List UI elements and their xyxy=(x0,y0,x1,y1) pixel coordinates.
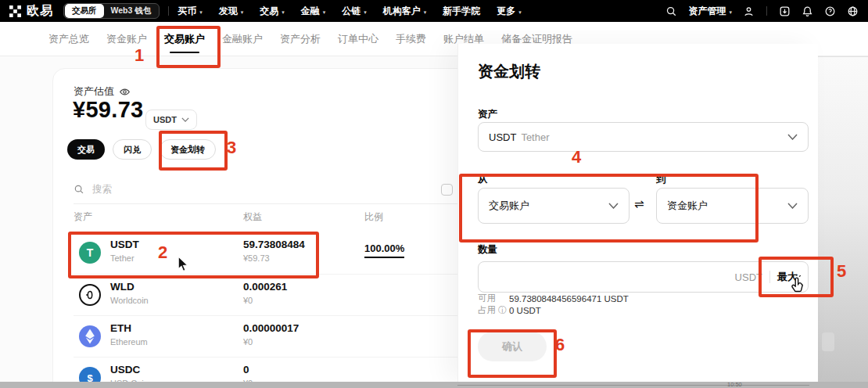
nav-finance[interactable]: 金融 ▾ xyxy=(301,5,326,18)
from-account-value: 交易账户 xyxy=(489,199,529,213)
usdt-glyph: T xyxy=(87,247,94,258)
asset-field-label: 资产 xyxy=(478,108,497,121)
swap-direction-icon[interactable]: ⇌ xyxy=(634,197,644,211)
nav-public-chains[interactable]: 公链 ▾ xyxy=(342,5,367,18)
asset-name: Worldcoin xyxy=(110,296,149,305)
asset-name: Tether xyxy=(110,253,135,263)
caret-down-icon: ▾ xyxy=(241,9,244,15)
confirm-button[interactable]: 确认 xyxy=(478,332,547,361)
nav-more[interactable]: 更多 ▾ xyxy=(497,5,522,18)
drawer-title: 资金划转 xyxy=(478,61,540,82)
brand-name: 欧易 xyxy=(27,3,53,20)
tab-trading-account[interactable]: 交易账户 xyxy=(164,22,205,56)
caret-down-icon: ▾ xyxy=(364,9,367,15)
wld-icon xyxy=(79,284,101,306)
annotation-number-3: 3 xyxy=(227,139,236,156)
asset-management-menu[interactable]: 资产管理 ▾ xyxy=(688,5,732,18)
nav-trade[interactable]: 交易 ▾ xyxy=(260,5,285,18)
help-icon[interactable] xyxy=(824,5,836,17)
chevron-down-icon xyxy=(787,134,798,140)
filter-checkbox[interactable] xyxy=(441,184,453,196)
caret-down-icon: ▾ xyxy=(424,9,427,15)
tab-fees[interactable]: 手续费 xyxy=(396,22,426,56)
in-use-label: 占用 ⓘ xyxy=(478,304,509,316)
valuation-currency-select[interactable]: USDT xyxy=(145,110,197,130)
column-header-asset: 资产 xyxy=(74,210,92,224)
amount-input[interactable] xyxy=(489,271,728,284)
asset-select-symbol: USDT xyxy=(489,131,516,143)
tab-asset-analysis[interactable]: 资产分析 xyxy=(280,22,321,56)
language-globe-icon[interactable] xyxy=(847,5,859,17)
to-account-value: 资金账户 xyxy=(667,199,708,213)
nav-item-label: 买币 xyxy=(178,5,196,18)
asset-equity-fiat: ¥59.73 xyxy=(243,253,270,263)
nav-item-label: 新手学院 xyxy=(443,5,480,18)
column-header-equity: 权益 xyxy=(243,210,262,224)
asset-row-eth[interactable]: ETH Ethereum 0.00000017 ¥0 0.00% xyxy=(74,315,479,357)
in-use-line: 占用 ⓘ 0 USDT xyxy=(478,304,541,316)
okx-logo-icon xyxy=(9,5,21,17)
nav-institutional[interactable]: 机构客户 ▾ xyxy=(383,5,427,18)
nav-item-label: 金融 xyxy=(301,5,320,18)
available-value: 59.7380848456596471 USDT xyxy=(509,294,629,304)
asset-row-wld[interactable]: WLD Worldcoin 0.000261 ¥0 0.00% xyxy=(74,274,479,316)
tab-order-center[interactable]: 订单中心 xyxy=(338,22,378,56)
to-field-label: 到 xyxy=(656,173,666,186)
fund-transfer-button[interactable]: 资金划转 xyxy=(160,139,216,160)
main-nav: 买币 ▾ 发现 ▾ 交易 ▾ 金融 ▾ 公链 ▾ 机构客户 ▾ 新手学院 更多 … xyxy=(178,5,522,18)
column-header-ratio: 比例 xyxy=(364,210,383,224)
caret-down-icon: ▾ xyxy=(199,9,203,15)
nav-discover[interactable]: 发现 ▾ xyxy=(219,5,244,18)
search-input[interactable] xyxy=(91,183,235,196)
total-asset-value: ¥59.73 xyxy=(73,97,144,123)
currency-label: USDT xyxy=(153,115,177,124)
user-icon[interactable] xyxy=(743,5,755,17)
download-app-icon[interactable] xyxy=(779,5,791,17)
nav-buy-crypto[interactable]: 买币 ▾ xyxy=(178,5,203,18)
amount-field: USDT 最大 xyxy=(478,261,809,293)
search-icon xyxy=(74,184,84,195)
nav-item-label: 机构客户 xyxy=(383,5,421,18)
info-icon[interactable]: ⓘ xyxy=(498,306,507,314)
search-icon[interactable] xyxy=(665,5,677,17)
asset-management-label: 资产管理 xyxy=(688,5,726,18)
asset-symbol: USDC xyxy=(110,364,140,375)
mode-web3-wallet[interactable]: Web3 钱包 xyxy=(104,4,159,18)
annotation-number-1: 1 xyxy=(135,47,144,64)
from-account-select[interactable]: 交易账户 xyxy=(478,188,629,224)
topnav-right: 资产管理 ▾ xyxy=(665,5,859,18)
eye-icon[interactable] xyxy=(119,86,131,98)
caret-down-icon: ▾ xyxy=(323,9,326,15)
asset-equity: 0.00000017 xyxy=(243,322,299,334)
asset-name: Ethereum xyxy=(110,337,148,347)
nav-item-label: 发现 xyxy=(219,5,238,18)
divider xyxy=(766,6,767,16)
dimmed-page-overlay xyxy=(817,56,868,383)
tab-financial-account[interactable]: 金融账户 xyxy=(222,22,263,56)
asset-symbol: ETH xyxy=(110,322,131,334)
to-account-select[interactable]: 资金账户 xyxy=(656,188,809,224)
asset-select-name: Tether xyxy=(521,131,549,143)
nav-academy[interactable]: 新手学院 xyxy=(443,5,480,18)
nav-item-label: 公链 xyxy=(342,5,360,18)
mode-exchange[interactable]: 交易所 xyxy=(65,4,104,18)
tab-asset-overview[interactable]: 资产总览 xyxy=(48,22,89,56)
max-button[interactable]: 最大 xyxy=(777,270,798,284)
eth-icon xyxy=(79,325,101,347)
from-field-label: 从 xyxy=(478,173,488,186)
divider xyxy=(769,271,770,283)
trade-button[interactable]: 交易 xyxy=(67,139,105,160)
divider xyxy=(168,6,169,16)
quick-actions: 交易 闪兑 资金划转 xyxy=(67,139,216,160)
asset-row-usdt[interactable]: T USDT Tether 59.73808484 ¥59.73 100.00% xyxy=(74,232,479,274)
okx-logo[interactable]: 欧易 xyxy=(9,3,53,20)
video-timestamp: 10:50 xyxy=(727,382,742,388)
asset-search xyxy=(74,183,235,196)
asset-select[interactable]: USDT Tether xyxy=(478,122,809,152)
chevron-down-icon xyxy=(181,117,189,122)
notifications-bell-icon[interactable] xyxy=(802,5,813,17)
annotation-number-2: 2 xyxy=(158,244,167,261)
annotation-number-6: 6 xyxy=(555,336,565,354)
convert-button[interactable]: 闪兑 xyxy=(113,139,152,160)
asset-symbol: WLD xyxy=(110,281,135,293)
